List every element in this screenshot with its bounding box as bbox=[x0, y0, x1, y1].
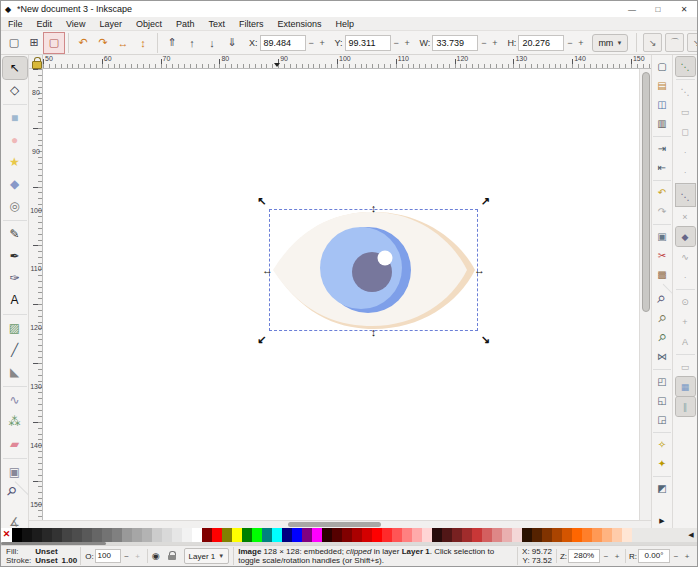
menu-item[interactable]: Object bbox=[129, 17, 169, 31]
field-decrement-button[interactable]: − bbox=[564, 35, 575, 51]
undo-button[interactable]: ↶ bbox=[653, 180, 671, 202]
menu-item[interactable]: Filters bbox=[232, 17, 271, 31]
color-swatch[interactable] bbox=[252, 528, 262, 542]
menu-item[interactable]: Layer bbox=[92, 17, 129, 31]
text-tool[interactable]: A bbox=[3, 289, 27, 311]
zoom-decrement-button[interactable]: − bbox=[601, 552, 611, 561]
color-swatch[interactable] bbox=[422, 528, 432, 542]
color-swatch[interactable] bbox=[552, 528, 562, 542]
color-swatch[interactable] bbox=[172, 528, 182, 542]
color-swatch[interactable] bbox=[62, 528, 72, 542]
color-swatch[interactable] bbox=[542, 528, 552, 542]
color-swatch[interactable] bbox=[352, 528, 362, 542]
scale-handle-n[interactable]: ↕ bbox=[371, 203, 377, 213]
palette-scrollbar-thumb[interactable] bbox=[1, 542, 106, 545]
color-swatch[interactable] bbox=[442, 528, 452, 542]
field-input[interactable]: 89.484 bbox=[260, 35, 306, 51]
scale-handle-se[interactable]: ↘ bbox=[481, 334, 490, 344]
color-swatch[interactable] bbox=[12, 528, 22, 542]
export-button[interactable]: ⇤ bbox=[653, 158, 671, 177]
layer-selector[interactable]: Layer 1 ▼ bbox=[184, 548, 230, 564]
bucket-tool[interactable]: ◣ bbox=[3, 361, 27, 383]
color-swatch[interactable] bbox=[532, 528, 542, 542]
scale-handle-ne[interactable]: ↗ bbox=[481, 196, 490, 206]
color-swatch[interactable] bbox=[372, 528, 382, 542]
spray-tool[interactable]: ⁂ bbox=[3, 411, 27, 433]
color-swatch[interactable] bbox=[122, 528, 132, 542]
scale-handle-nw[interactable]: ↖ bbox=[257, 196, 266, 206]
palette-scrollbar[interactable] bbox=[1, 542, 697, 545]
color-swatch[interactable] bbox=[472, 528, 482, 542]
tweak-tool[interactable]: ∿ bbox=[3, 386, 27, 411]
menu-item[interactable]: View bbox=[59, 17, 92, 31]
menu-item[interactable]: Path bbox=[169, 17, 202, 31]
horizontal-scrollbar-thumb[interactable] bbox=[288, 522, 381, 527]
eye-image[interactable] bbox=[270, 210, 479, 332]
group-button[interactable]: ◰ bbox=[653, 369, 671, 391]
color-swatch[interactable] bbox=[332, 528, 342, 542]
snap-cusp-nodes-toggle[interactable]: ◆ bbox=[676, 227, 695, 246]
menu-item[interactable]: Text bbox=[201, 17, 232, 31]
snap-guides-toggle[interactable]: ∥ bbox=[676, 397, 695, 416]
color-swatch[interactable] bbox=[42, 528, 52, 542]
scale-handle-s[interactable]: ↕ bbox=[371, 327, 377, 337]
color-swatch[interactable] bbox=[302, 528, 312, 542]
color-swatch[interactable] bbox=[52, 528, 62, 542]
rotate-cw-button[interactable]: ↷ bbox=[93, 33, 113, 53]
scale-handle-w[interactable]: ↔ bbox=[262, 265, 273, 275]
snap-bbox-toggle[interactable]: ⋱ bbox=[676, 79, 695, 101]
canvas[interactable]: ↖↕↗↔↔↙↕↘ bbox=[43, 69, 639, 520]
pencil-tool[interactable]: ✎ bbox=[3, 220, 27, 245]
color-swatch[interactable] bbox=[272, 528, 282, 542]
color-swatch[interactable] bbox=[192, 528, 202, 542]
color-swatch[interactable] bbox=[572, 528, 582, 542]
color-swatch[interactable] bbox=[22, 528, 32, 542]
color-swatch[interactable] bbox=[82, 528, 92, 542]
box-3d-tool[interactable]: ◆ bbox=[3, 173, 27, 195]
flip-horizontal-button[interactable]: ↔ bbox=[113, 33, 133, 53]
snap-bbox-corners-toggle[interactable]: ◻ bbox=[676, 122, 695, 141]
raise-to-top-button[interactable]: ⇑ bbox=[157, 33, 182, 53]
menu-item[interactable]: File bbox=[1, 17, 30, 31]
color-swatch[interactable] bbox=[292, 528, 302, 542]
opacity-decrement-button[interactable]: − bbox=[122, 552, 132, 561]
color-swatch[interactable] bbox=[322, 528, 332, 542]
color-swatch[interactable] bbox=[162, 528, 172, 542]
snap-path-intersections-toggle[interactable]: × bbox=[676, 207, 695, 226]
ellipse-tool[interactable]: ● bbox=[3, 129, 27, 151]
unit-dropdown[interactable]: mm ▼ bbox=[592, 34, 628, 52]
spiral-tool[interactable]: ◎ bbox=[3, 195, 27, 217]
color-swatch[interactable] bbox=[242, 528, 252, 542]
color-swatch[interactable] bbox=[452, 528, 462, 542]
snap-bbox-edges-toggle[interactable]: ▭ bbox=[676, 102, 695, 121]
maximize-button[interactable]: □ bbox=[645, 1, 671, 17]
deselect-button[interactable]: ▢ bbox=[44, 33, 64, 53]
color-swatch[interactable] bbox=[102, 528, 112, 542]
color-swatch[interactable] bbox=[202, 528, 212, 542]
snap-bbox-edge-midpoints-toggle[interactable]: ∙ bbox=[676, 142, 695, 161]
connector-tool[interactable]: ▣ bbox=[3, 458, 27, 483]
horizontal-ruler[interactable]: 5060708090100110120130140150 bbox=[43, 55, 651, 69]
field-increment-button[interactable]: + bbox=[402, 35, 413, 51]
color-swatch[interactable] bbox=[382, 528, 392, 542]
pen-tool[interactable]: ✒ bbox=[3, 245, 27, 267]
node-tool[interactable]: ◇ bbox=[3, 79, 27, 101]
raise-button[interactable]: ↑ bbox=[182, 33, 202, 53]
select-all-layers-button[interactable]: ⊞ bbox=[24, 33, 44, 53]
commands-bar-expander[interactable]: ▶ bbox=[659, 517, 664, 528]
unlink-clone-button[interactable]: ✦ bbox=[653, 454, 671, 473]
vertical-scrollbar-thumb[interactable] bbox=[642, 72, 650, 312]
rotation-increment-button[interactable]: + bbox=[682, 552, 692, 561]
color-swatch[interactable] bbox=[92, 528, 102, 542]
eraser-tool[interactable]: ▰ bbox=[3, 433, 27, 455]
swatch-none[interactable]: ✕ bbox=[1, 528, 12, 542]
snap-toggle[interactable]: ⋱ bbox=[676, 57, 695, 76]
snap-rotation-centers-toggle[interactable]: + bbox=[676, 312, 695, 331]
layer-lock-icon[interactable] bbox=[168, 551, 176, 561]
color-swatch[interactable] bbox=[32, 528, 42, 542]
copy-button[interactable]: ▣ bbox=[653, 224, 671, 246]
scale-handle-sw[interactable]: ↙ bbox=[257, 334, 266, 344]
color-swatch[interactable] bbox=[112, 528, 122, 542]
move-gradients-toggle[interactable]: ↘ bbox=[687, 33, 698, 52]
snap-page-border-toggle[interactable]: ▭ bbox=[676, 354, 695, 376]
